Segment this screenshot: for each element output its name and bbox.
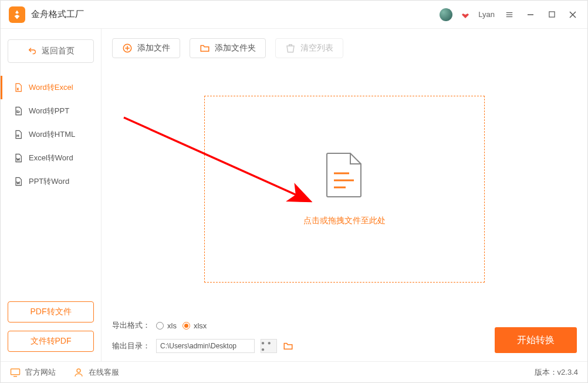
clear-list-label: 清空列表 [300, 43, 333, 53]
convert-button[interactable]: 开始转换 [495, 327, 577, 353]
folder-icon [200, 43, 210, 53]
output-dir-row: 输出目录： C:\Users\admin\Desktop ● ● ● [112, 339, 293, 353]
add-folder-label: 添加文件夹 [215, 43, 256, 53]
svg-rect-4 [549, 12, 554, 17]
export-format-label: 导出格式： [112, 320, 150, 331]
sidebar-item-word-to-ppt[interactable]: Word转PPT [8, 99, 94, 123]
maximize-button[interactable] [545, 8, 558, 21]
official-site-label: 官方网站 [25, 367, 56, 378]
radio-dot-icon [156, 322, 164, 330]
app-logo [9, 6, 25, 23]
dropzone-hint: 点击或拖拽文件至此处 [303, 216, 386, 226]
sidebar-item-label: Word转Excel [29, 82, 73, 93]
titlebar: 金舟格式工厂 Lyan [1, 1, 587, 29]
radio-xlsx-label: xlsx [194, 321, 207, 330]
back-home-button[interactable]: 返回首页 [8, 39, 94, 63]
dropzone[interactable]: 点击或拖拽文件至此处 [204, 96, 485, 283]
sidebar-item-ppt-to-word[interactable]: PPT转Word [8, 170, 94, 193]
sidebar-item-label: Word转PPT [29, 106, 69, 116]
radio-xls-label: xls [167, 321, 177, 330]
menu-button[interactable] [503, 8, 516, 21]
browse-button[interactable]: ● ● ● [261, 339, 277, 353]
open-folder-button[interactable] [283, 341, 293, 351]
username[interactable]: Lyan [478, 10, 495, 19]
vip-icon [461, 10, 470, 19]
folder-open-icon [283, 341, 293, 351]
sidebar-item-label: PPT转Word [29, 176, 69, 187]
add-file-label: 添加文件 [137, 43, 170, 53]
add-folder-button[interactable]: 添加文件夹 [190, 38, 266, 58]
avatar[interactable] [440, 8, 452, 21]
file-to-pdf-button[interactable]: 文件转PDF [8, 331, 94, 352]
radio-dot-icon [183, 322, 190, 330]
radio-xlsx[interactable]: xlsx [183, 321, 207, 330]
sidebar-item-label: Excel转Word [29, 153, 73, 163]
minimize-button[interactable] [524, 8, 537, 21]
document-html-icon [13, 130, 23, 139]
close-button[interactable] [566, 8, 579, 21]
export-format-row: 导出格式： xls xlsx [112, 320, 293, 331]
back-home-label: 返回首页 [42, 46, 75, 56]
trash-icon [285, 43, 296, 53]
plus-circle-icon [122, 43, 133, 53]
main-panel: 添加文件 添加文件夹 清空列表 [102, 29, 587, 361]
online-support-label: 在线客服 [89, 367, 119, 378]
document-ppt-icon [13, 106, 23, 116]
document-excel-icon [13, 83, 23, 92]
output-dir-label: 输出目录： [112, 341, 150, 351]
file-icon [326, 152, 363, 200]
sidebar-item-label: Word转HTML [29, 129, 75, 140]
sidebar: 返回首页 Word转Excel Word转PPT Word转HTML Exce [1, 29, 102, 361]
radio-xls[interactable]: xls [156, 321, 177, 330]
monitor-icon [10, 367, 21, 378]
sidebar-item-excel-to-word[interactable]: Excel转Word [8, 146, 94, 170]
official-site-link[interactable]: 官方网站 [10, 367, 56, 378]
svg-point-15 [77, 369, 80, 372]
sidebar-item-word-to-html[interactable]: Word转HTML [8, 123, 94, 146]
footer: 官方网站 在线客服 版本：v2.3.4 [1, 361, 587, 382]
sidebar-item-word-to-excel[interactable]: Word转Excel [8, 76, 94, 99]
version-text: 版本：v2.3.4 [535, 367, 578, 378]
clear-list-button: 清空列表 [275, 38, 343, 58]
toolbar: 添加文件 添加文件夹 清空列表 [112, 38, 577, 58]
document-word-icon [13, 153, 23, 163]
add-file-button[interactable]: 添加文件 [112, 38, 180, 58]
app-title: 金舟格式工厂 [31, 9, 84, 20]
output-path-input[interactable]: C:\Users\admin\Desktop [156, 339, 255, 353]
svg-rect-13 [11, 369, 20, 375]
online-support-link[interactable]: 在线客服 [73, 367, 119, 378]
document-word-icon [13, 177, 23, 186]
headset-icon [73, 367, 84, 378]
pdf-to-file-button[interactable]: PDF转文件 [8, 301, 94, 322]
